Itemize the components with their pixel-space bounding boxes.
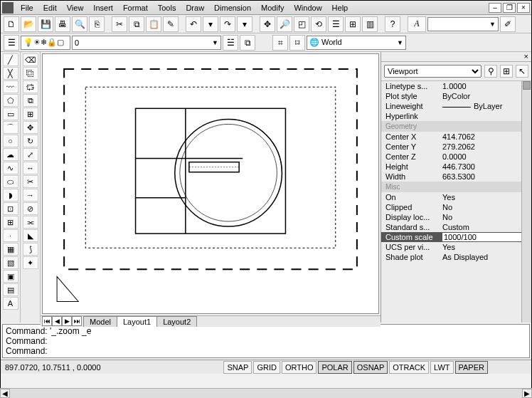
copy-obj-icon[interactable]: ⿻ [23,67,38,80]
hatch-icon[interactable]: ▦ [3,243,18,256]
arc-icon[interactable]: ⌒ [3,121,18,134]
menu-help[interactable]: Help [328,2,353,14]
lwt-toggle[interactable]: LWT [430,361,453,374]
spline-icon[interactable]: ∿ [3,162,18,174]
textstyle-icon[interactable]: A [408,16,426,32]
polygon-icon[interactable]: ⬠ [3,94,18,107]
layer-state-combo[interactable]: 💡☀❄🔒▢ [21,36,70,50]
dcenter-icon[interactable]: ⊞ [345,16,361,32]
tab-layout2[interactable]: Layout2 [156,316,197,327]
tab-first-icon[interactable]: ⏮ [42,316,52,326]
match-icon[interactable]: ✎ [163,16,179,32]
ellipsearc-icon[interactable]: ◗ [3,189,18,201]
select-icon[interactable]: ↖ [516,65,528,78]
osnap-toggle[interactable]: OSNAP [353,361,388,374]
object-type-combo[interactable]: Viewport [384,65,482,78]
offset-icon[interactable]: ⧉ [23,94,38,107]
menu-file[interactable]: File [16,2,38,14]
textstyle-combo[interactable]: ▼ [427,17,499,31]
rotate-icon[interactable]: ↻ [23,135,38,147]
extend-icon[interactable]: → [23,189,38,201]
zoom-rt-icon[interactable]: 🔎 [277,16,292,32]
section-geometry[interactable]: Geometry⌃ [381,121,531,132]
menu-insert[interactable]: Insert [89,2,117,14]
tab-layout1[interactable]: Layout1 [117,316,157,327]
minimize-button[interactable]: – [489,3,501,13]
tool-palettes-icon[interactable]: ▥ [362,16,378,32]
pline-icon[interactable]: 〰 [3,80,18,93]
menu-window[interactable]: Window [289,2,326,14]
zoom-win-icon[interactable]: ◰ [294,16,309,32]
properties-icon[interactable]: ☰ [328,16,344,32]
brush-icon[interactable]: ✐ [500,16,516,32]
menu-dimension[interactable]: Dimension [210,2,255,14]
scale-icon[interactable]: ⤢ [23,148,38,161]
redo-drop-icon[interactable]: ▾ [237,16,252,32]
snap-toggle[interactable]: SNAP [223,361,252,374]
ellipse-icon[interactable]: ⬭ [3,175,18,188]
maximize-button[interactable]: ❐ [503,3,516,13]
gradient-icon[interactable]: ▧ [3,256,18,269]
erase-icon[interactable]: ⌫ [23,53,38,66]
circle-icon[interactable]: ○ [3,135,18,147]
tab-model[interactable]: Model [83,316,117,327]
pickadd-icon[interactable]: ⊞ [500,65,513,78]
open-icon[interactable]: 📂 [21,16,36,32]
grid-toggle[interactable]: GRID [253,361,280,374]
command-prompt[interactable]: Command: [6,346,526,356]
prop-row-custom-scale[interactable]: Custom scale1000/100 [381,232,531,242]
mirror-icon[interactable]: ⮔ [23,80,38,93]
table-icon[interactable]: ▤ [3,283,18,296]
command-window[interactable]: Command: '_.zoom _e Command: Command: [2,324,530,358]
ortho-toggle[interactable]: ORTHO [282,361,317,374]
close-button[interactable]: × [517,3,530,13]
ucs-icon[interactable]: ⌗ [272,35,288,51]
join-icon[interactable]: ⫘ [23,216,38,229]
menu-edit[interactable]: Edit [39,2,61,14]
command-scrollbar[interactable]: ◀▶ [0,388,532,398]
makeblock-icon[interactable]: ⊞ [3,216,18,229]
layer-prev-icon[interactable]: ☱ [223,35,238,51]
paste-icon[interactable]: 📋 [146,16,161,32]
explode-icon[interactable]: ✦ [23,256,38,269]
drawing-canvas[interactable] [42,53,379,314]
ucs2-icon[interactable]: ⌑ [289,35,305,51]
redo-icon[interactable]: ↷ [220,16,235,32]
layers-icon[interactable]: ☰ [4,35,19,51]
print-icon[interactable]: 🖶 [55,16,70,32]
fillet-icon[interactable]: ⟆ [23,243,38,256]
undo-icon[interactable]: ↶ [186,16,201,32]
layer-filter-icon[interactable]: ⧉ [240,35,255,51]
point-icon[interactable]: · [3,229,18,242]
quickselect-icon[interactable]: ⚲ [484,65,497,78]
menu-draw[interactable]: Draw [181,2,208,14]
menu-tools[interactable]: Tools [154,2,181,14]
revcloud-icon[interactable]: ☁ [3,148,18,161]
otrack-toggle[interactable]: OTRACK [389,361,429,374]
undo-drop-icon[interactable]: ▾ [203,16,218,32]
zoom-prev-icon[interactable]: ⟲ [311,16,326,32]
move-icon[interactable]: ✥ [23,121,38,134]
chamfer-icon[interactable]: ◣ [23,229,38,242]
tab-last-icon[interactable]: ⏭ [72,316,82,326]
tab-next-icon[interactable]: ▶ [62,316,72,326]
tab-prev-icon[interactable]: ◀ [52,316,62,326]
menu-format[interactable]: Format [119,2,152,14]
menu-view[interactable]: View [63,2,88,14]
insert-icon[interactable]: ⊡ [3,202,18,215]
publish-icon[interactable]: ⎘ [89,16,105,32]
array-icon[interactable]: ⊞ [23,108,38,120]
line-icon[interactable]: ╱ [3,53,18,66]
new-icon[interactable]: 🗋 [4,16,19,32]
stretch-icon[interactable]: ↔ [23,162,38,174]
cut-icon[interactable]: ✂ [112,16,127,32]
region-icon[interactable]: ▣ [3,270,18,283]
trim-icon[interactable]: ✂ [23,175,38,188]
polar-toggle[interactable]: POLAR [318,361,351,374]
paper-toggle[interactable]: PAPER [455,361,488,374]
layer-combo[interactable]: 0▼ [72,36,221,50]
pan-icon[interactable]: ✥ [260,16,275,32]
xline-icon[interactable]: ╳ [3,67,18,80]
save-icon[interactable]: 💾 [38,16,53,32]
help-icon[interactable]: ? [385,16,400,32]
